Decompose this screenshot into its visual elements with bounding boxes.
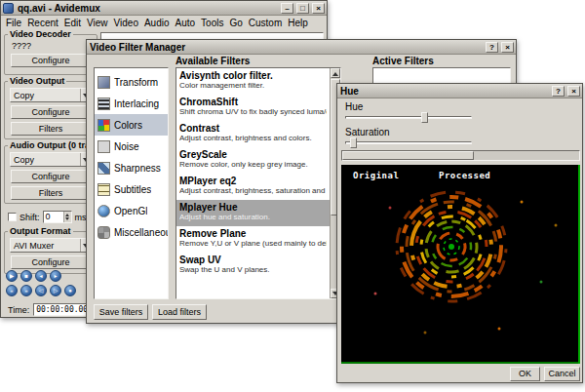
audio-filters-button[interactable]: Filters (11, 186, 91, 200)
slider-handle[interactable] (421, 112, 428, 123)
filter-name: Remove Plane (179, 228, 327, 239)
shift-checkbox[interactable] (8, 213, 17, 221)
category-opengl[interactable]: OpenGl (95, 200, 168, 221)
filter-mplayer-eq2[interactable]: MPlayer eq2 Adjust contrast, brightness,… (176, 174, 340, 200)
play-button[interactable]: ▶ (6, 270, 18, 282)
scroll-up-icon[interactable] (331, 68, 340, 78)
category-subtitles[interactable]: Subtitles (95, 178, 168, 200)
slider-handle[interactable] (350, 137, 357, 148)
go-start-button[interactable]: « (6, 285, 18, 296)
minimize-button[interactable]: – (281, 3, 293, 14)
audio-shift-row: Shift: 0 ms (8, 211, 87, 223)
category-label: Subtitles (114, 184, 151, 195)
video-configure-button[interactable]: Configure (11, 105, 91, 119)
menu-view[interactable]: View (87, 18, 108, 28)
audio-configure-button[interactable]: Configure (11, 170, 91, 183)
audio-output-group: Audio Output (0 track(s)) Copy Configure… (4, 145, 98, 204)
category-colors[interactable]: Colors (95, 114, 168, 136)
spinner-arrows-icon[interactable] (63, 212, 71, 222)
stop-button[interactable]: ■ (20, 270, 32, 282)
cancel-button[interactable]: Cancel (544, 367, 580, 381)
menu-custom[interactable]: Custom (249, 18, 282, 28)
output-format-select[interactable]: AVI Muxer (10, 238, 92, 253)
menu-file[interactable]: File (6, 18, 21, 28)
menu-auto[interactable]: Auto (176, 18, 196, 28)
category-label: Interlacing (114, 98, 159, 109)
menu-video[interactable]: Video (114, 18, 138, 28)
load-filters-button[interactable]: Load filters (152, 304, 207, 320)
time-display: 00:00:00.000 (33, 303, 92, 316)
go-end-button[interactable]: » (20, 285, 32, 296)
time-label: Time: (8, 305, 29, 315)
filter-category-list: Transform Interlacing Colors Noise Sharp… (94, 67, 169, 299)
next-keyframe-button[interactable]: ▷ (50, 285, 61, 296)
preview-scrollbar[interactable] (341, 150, 580, 161)
filter-avisynth-color[interactable]: Avisynth color filter. Color management … (176, 68, 340, 95)
filter-name: ChromaShift (179, 97, 327, 107)
filter-swap-uv[interactable]: Swap UV Swap the U and V planes. (176, 253, 340, 279)
category-transform[interactable]: Transform (95, 71, 168, 93)
available-filters-list: Avisynth color filter. Color management … (176, 67, 341, 299)
video-output-select[interactable]: Copy (10, 88, 92, 102)
preview-frame-image (341, 165, 580, 362)
scrollbar-thumb[interactable] (342, 151, 474, 160)
filter-name: MPlayer eq2 (179, 176, 327, 186)
hue-preview-area: Original Processed (341, 165, 580, 364)
shift-spinner[interactable]: 0 (43, 211, 72, 223)
category-sharpness[interactable]: Sharpness (95, 157, 168, 178)
help-button[interactable]: ? (552, 86, 565, 97)
filter-remove-plane[interactable]: Remove Plane Remove Y,U or V plane (used… (176, 226, 340, 253)
filter-chromashift[interactable]: ChromaShift Shift chroma U/V to fix badl… (176, 95, 340, 121)
filter-name: Avisynth color filter. (179, 70, 327, 81)
filter-greyscale[interactable]: GreyScale Remove color, only keep grey i… (176, 147, 340, 174)
hue-titlebar[interactable]: Hue ? × (337, 84, 582, 98)
menu-audio[interactable]: Audio (144, 18, 170, 28)
filter-desc: Swap the U and V planes. (179, 265, 327, 274)
transform-icon (98, 76, 110, 89)
category-interlacing[interactable]: Interlacing (95, 93, 168, 114)
ok-button[interactable]: OK (510, 367, 540, 381)
menu-recent[interactable]: Recent (27, 18, 58, 28)
menu-help[interactable]: Help (288, 18, 308, 28)
filter-name: Contrast (179, 123, 327, 134)
marker-button[interactable]: ● (64, 285, 76, 296)
category-noise[interactable]: Noise (95, 136, 168, 157)
slider-track (345, 116, 472, 119)
colors-icon (98, 119, 110, 132)
video-output-value: Copy (11, 91, 80, 100)
menu-edit[interactable]: Edit (64, 18, 81, 28)
filter-desc: Remove Y,U or V plane (used mainly to de… (179, 239, 327, 248)
main-titlebar[interactable]: qq.avi - Avidemux – □ × (1, 1, 327, 16)
close-button[interactable]: × (501, 42, 514, 53)
maximize-button[interactable]: □ (296, 3, 309, 14)
hue-slider-label: Hue (345, 101, 363, 112)
saturation-slider[interactable] (345, 137, 472, 148)
category-miscellaneous[interactable]: Miscellaneous (95, 221, 168, 243)
muxer-configure-button[interactable]: Configure (11, 255, 91, 269)
filter-desc: Adjust hue and saturation. (179, 213, 327, 221)
decoder-configure-button[interactable]: Configure (11, 54, 91, 67)
hue-dialog: Hue ? × Hue Saturation Original Processe… (336, 83, 583, 383)
miscellaneous-icon (98, 226, 110, 239)
hue-title: Hue (339, 86, 549, 97)
filter-name: Swap UV (179, 255, 327, 265)
hue-slider[interactable] (345, 112, 472, 123)
filter-mplayer-hue[interactable]: Mplayer Hue Adjust hue and saturation. (176, 200, 340, 226)
category-label: Transform (114, 77, 158, 88)
filter-contrast[interactable]: Contrast Adjust contrast, brightness and… (176, 121, 340, 147)
close-button[interactable]: × (567, 86, 580, 97)
frame-back-button[interactable]: ◂ (35, 270, 47, 282)
video-filters-button[interactable]: Filters (11, 122, 91, 136)
close-button[interactable]: × (312, 3, 325, 14)
audio-output-select[interactable]: Copy (10, 152, 92, 167)
filter-desc: Adjust contrast, brightness and colors. (179, 134, 327, 142)
frame-forward-button[interactable]: ▸ (50, 270, 61, 282)
filter-manager-titlebar[interactable]: Video Filter Manager ? × (87, 40, 516, 55)
help-button[interactable]: ? (486, 42, 498, 53)
interlacing-icon (98, 98, 110, 110)
category-label: Noise (114, 141, 139, 152)
save-filters-button[interactable]: Save filters (94, 304, 148, 320)
menu-go[interactable]: Go (229, 18, 242, 28)
menu-tools[interactable]: Tools (201, 18, 223, 28)
prev-keyframe-button[interactable]: ◁ (35, 285, 47, 296)
